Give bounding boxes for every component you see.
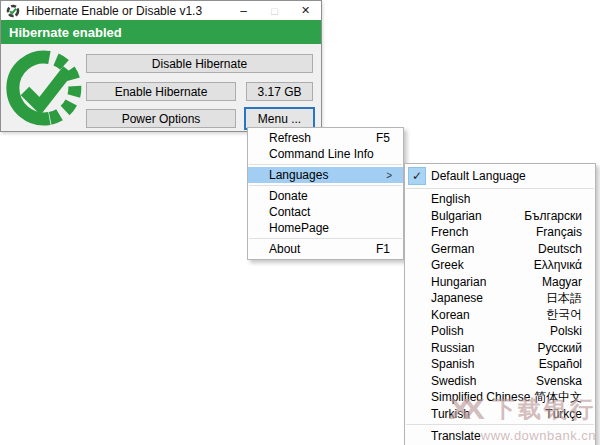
- language-native-name: Español: [539, 357, 582, 371]
- language-english-name: Turkish: [431, 407, 470, 421]
- menu-item-spanish[interactable]: SpanishEspañol: [405, 356, 595, 373]
- submenu-arrow-icon: >: [386, 170, 394, 181]
- menu-item-german[interactable]: GermanDeutsch: [405, 241, 595, 258]
- language-native-name: Ελληνικά: [534, 258, 582, 272]
- app-window: Hibernate Enable or Disable v1.3 – □ ✕ H…: [0, 0, 322, 132]
- menu-item-turkish[interactable]: TurkishTürkçe: [405, 406, 595, 423]
- language-english-name: Simplified Chinese: [431, 390, 530, 404]
- titlebar: Hibernate Enable or Disable v1.3 – □ ✕: [1, 1, 321, 20]
- language-native-name: 简体中文: [534, 389, 582, 406]
- language-native-name: Български: [524, 209, 582, 223]
- minimize-icon[interactable]: –: [228, 1, 259, 20]
- menu-item-label: Contact: [269, 205, 310, 219]
- menu-item-languages[interactable]: Languages>: [248, 167, 403, 183]
- hiberfile-size-button[interactable]: 3.17 GB: [246, 82, 313, 101]
- menu-item-command-line-info[interactable]: Command Line Info: [248, 146, 403, 162]
- maximize-icon[interactable]: □: [259, 1, 290, 20]
- menu-item-greek[interactable]: GreekΕλληνικά: [405, 257, 595, 274]
- menu-item-label: Donate: [269, 189, 308, 203]
- language-english-name: Japanese: [431, 291, 483, 305]
- menu-item-label: Languages: [269, 168, 328, 182]
- menu-separator: [249, 185, 402, 186]
- menu-item-refresh[interactable]: RefreshF5: [248, 130, 403, 146]
- menu-item-korean[interactable]: Korean한국어: [405, 307, 595, 324]
- language-native-name: Türkçe: [545, 407, 582, 421]
- language-english-name: Spanish: [431, 357, 474, 371]
- language-english-name: Hungarian: [431, 275, 486, 289]
- language-english-name: Polish: [431, 324, 464, 338]
- menu-item-english[interactable]: English: [405, 191, 595, 208]
- language-native-name: Русский: [537, 341, 582, 355]
- menu-item-label: HomePage: [269, 221, 329, 235]
- menu-item-japanese[interactable]: Japanese日本語: [405, 290, 595, 307]
- language-english-name: Greek: [431, 258, 464, 272]
- close-icon[interactable]: ✕: [290, 1, 321, 20]
- context-menu: RefreshF5Command Line InfoLanguages>Dona…: [247, 127, 404, 260]
- menu-item-bulgarian[interactable]: BulgarianБългарски: [405, 208, 595, 225]
- status-banner: Hibernate enabled: [1, 20, 321, 44]
- language-english-name: English: [431, 192, 470, 206]
- window-title: Hibernate Enable or Disable v1.3: [26, 4, 202, 18]
- window-content: Disable Hibernate Enable Hibernate 3.17 …: [1, 44, 321, 131]
- menu-separator: [249, 164, 402, 165]
- menu-item-translate[interactable]: Translate: [405, 427, 595, 444]
- menu-item-donate[interactable]: Donate: [248, 188, 403, 204]
- menu-separator: [406, 424, 594, 425]
- menu-item-shortcut: F5: [376, 131, 394, 145]
- language-items: EnglishBulgarianБългарскиFrenchFrançaisG…: [405, 191, 595, 422]
- language-english-name: French: [431, 225, 468, 239]
- language-english-name: Swedish: [431, 374, 476, 388]
- menu-item-hungarian[interactable]: HungarianMagyar: [405, 274, 595, 291]
- window-controls: – □ ✕: [228, 1, 321, 20]
- check-icon: ✓: [412, 169, 422, 183]
- power-options-button[interactable]: Power Options: [86, 109, 236, 128]
- app-icon: [6, 4, 20, 18]
- language-english-name: Russian: [431, 341, 474, 355]
- menu-item-label: Translate: [431, 429, 481, 443]
- menu-item-homepage[interactable]: HomePage: [248, 220, 403, 236]
- menu-item-label: Refresh: [269, 131, 311, 145]
- hibernate-enabled-check-icon: [4, 48, 84, 128]
- menu-item-label: Default Language: [431, 169, 526, 183]
- menu-item-russian[interactable]: RussianРусский: [405, 340, 595, 357]
- language-menu: ✓ Default Language EnglishBulgarianБълга…: [404, 163, 596, 445]
- disable-hibernate-button[interactable]: Disable Hibernate: [86, 54, 313, 73]
- language-native-name: Français: [536, 225, 582, 239]
- status-banner-text: Hibernate enabled: [9, 25, 122, 40]
- language-native-name: Svenska: [536, 374, 582, 388]
- menu-item-simplified-chinese[interactable]: Simplified Chinese简体中文: [405, 389, 595, 406]
- language-native-name: 日本語: [546, 290, 582, 307]
- menu-item-about[interactable]: AboutF1: [248, 241, 403, 257]
- language-native-name: Deutsch: [538, 242, 582, 256]
- menu-item-polish[interactable]: PolishPolski: [405, 323, 595, 340]
- menu-separator: [406, 188, 594, 189]
- language-native-name: 한국어: [546, 306, 582, 323]
- menu-item-label: About: [269, 242, 300, 256]
- menu-item-french[interactable]: FrenchFrançais: [405, 224, 595, 241]
- menu-item-swedish[interactable]: SwedishSvenska: [405, 373, 595, 390]
- language-english-name: Bulgarian: [431, 209, 482, 223]
- language-english-name: Korean: [431, 308, 470, 322]
- checked-indicator: ✓: [408, 167, 426, 185]
- menu-item-contact[interactable]: Contact: [248, 204, 403, 220]
- menu-separator: [249, 238, 402, 239]
- language-english-name: German: [431, 242, 474, 256]
- menu-item-default-language[interactable]: ✓ Default Language: [405, 166, 595, 186]
- menu-item-shortcut: F1: [376, 242, 394, 256]
- enable-hibernate-button[interactable]: Enable Hibernate: [86, 82, 236, 101]
- language-native-name: Polski: [550, 324, 582, 338]
- language-native-name: Magyar: [542, 275, 582, 289]
- menu-item-label: Command Line Info: [269, 147, 374, 161]
